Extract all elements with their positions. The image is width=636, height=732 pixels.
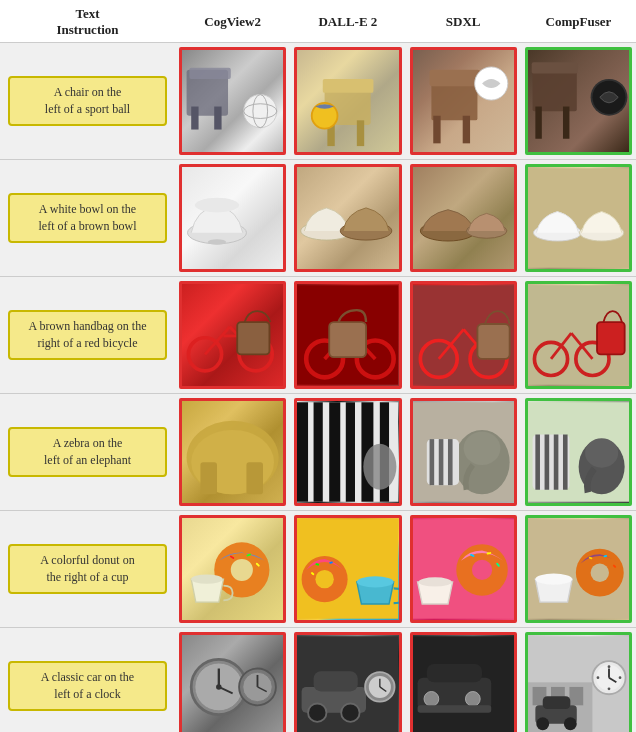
table-row: A colorful donut on the right of a cup: [0, 510, 636, 627]
image-cell-4-2: [290, 394, 405, 510]
instruction-cell-5: A colorful donut on the right of a cup: [0, 511, 175, 627]
image-cell-3-2: [290, 277, 405, 393]
image-r5c3: [410, 515, 517, 623]
svg-rect-15: [429, 70, 480, 87]
svg-rect-63: [314, 402, 323, 501]
svg-point-4: [244, 95, 277, 128]
svg-rect-20: [531, 62, 577, 73]
image-r2c2: [294, 164, 401, 272]
image-cell-2-2: [290, 160, 405, 276]
image-cells-1: [175, 43, 636, 159]
header-col2-label: DALL-E 2: [318, 14, 377, 29]
svg-rect-9: [357, 120, 364, 146]
svg-rect-62: [297, 402, 308, 501]
image-r6c3: [410, 632, 517, 732]
svg-point-123: [308, 703, 326, 721]
svg-point-83: [585, 438, 618, 467]
instruction-box-4: A zebra on the left of an elephant: [8, 427, 167, 477]
image-r4c3: [410, 398, 517, 506]
instruction-text-6: A classic car on the left of a clock: [41, 670, 134, 701]
header-col3-label: SDXL: [446, 14, 481, 29]
svg-rect-80: [554, 435, 559, 490]
image-r6c1: [179, 632, 286, 732]
image-cell-5-4: [521, 511, 636, 627]
image-cell-5-1: [175, 511, 290, 627]
svg-point-25: [208, 239, 226, 245]
svg-point-92: [316, 570, 334, 588]
svg-rect-17: [532, 70, 576, 111]
header-col1-label: CogView2: [204, 14, 261, 29]
svg-rect-38: [237, 322, 269, 354]
image-r3c3: [410, 281, 517, 389]
table-row: A white bowl on the left of a brown bowl: [0, 159, 636, 276]
image-r4c4: [525, 398, 632, 506]
image-cells-5: [175, 511, 636, 627]
svg-point-68: [364, 444, 397, 490]
svg-rect-50: [477, 324, 509, 359]
image-r6c4: [525, 632, 632, 732]
instruction-box-3: A brown handbag on the right of a red bi…: [8, 310, 167, 360]
header-instruction-label: Text Instruction: [56, 6, 118, 37]
image-cell-2-1: [175, 160, 290, 276]
header-col1: CogView2: [175, 14, 290, 30]
svg-rect-131: [426, 664, 481, 682]
svg-point-150: [607, 687, 610, 690]
main-container: Text Instruction CogView2 DALL-E 2 SDXL …: [0, 0, 636, 732]
svg-point-143: [564, 717, 577, 730]
svg-point-105: [535, 574, 572, 585]
instruction-cell-4: A zebra on the left of an elephant: [0, 394, 175, 510]
image-cell-4-1: [175, 394, 290, 510]
header-col3: SDXL: [406, 14, 521, 30]
svg-rect-44: [329, 322, 366, 357]
svg-point-103: [418, 577, 451, 586]
image-cell-1-4: [521, 43, 636, 159]
instruction-cell-2: A white bowl on the left of a brown bowl: [0, 160, 175, 276]
table-row: A zebra on the left of an elephant: [0, 393, 636, 510]
image-cell-6-1: [175, 628, 290, 732]
data-rows: A chair on the left of a sport ball: [0, 42, 636, 732]
svg-rect-122: [314, 671, 358, 691]
header-col4: CompFuser: [521, 14, 636, 30]
svg-point-151: [596, 676, 599, 679]
svg-rect-1: [191, 107, 198, 130]
image-cell-4-3: [406, 394, 521, 510]
image-cell-2-4: [521, 160, 636, 276]
svg-rect-18: [535, 107, 541, 139]
image-cells-6: [175, 628, 636, 732]
svg-rect-73: [429, 439, 434, 485]
image-cell-1-1: [175, 43, 290, 159]
instruction-text-4: A zebra on the left of an elephant: [44, 436, 131, 467]
instruction-cell-1: A chair on the left of a sport ball: [0, 43, 175, 159]
svg-rect-134: [417, 705, 491, 712]
instruction-cell-6: A classic car on the left of a clock: [0, 628, 175, 732]
svg-rect-19: [563, 107, 569, 139]
svg-rect-14: [462, 116, 469, 144]
svg-point-124: [341, 703, 359, 721]
image-r5c2: [294, 515, 401, 623]
svg-rect-60: [246, 462, 263, 494]
image-cell-5-3: [406, 511, 521, 627]
svg-point-71: [463, 432, 500, 465]
svg-point-142: [536, 717, 549, 730]
svg-rect-59: [200, 462, 217, 494]
instruction-text-1: A chair on the left of a sport ball: [45, 85, 130, 116]
svg-rect-10: [323, 79, 374, 93]
instruction-text-5: A colorful donut on the right of a cup: [40, 553, 134, 584]
instruction-text-2: A white bowl on the left of a brown bowl: [39, 202, 137, 233]
instruction-box-2: A white bowl on the left of a brown bowl: [8, 193, 167, 243]
image-r6c2: [294, 632, 401, 732]
svg-point-133: [465, 692, 480, 707]
image-cell-1-2: [290, 43, 405, 159]
header-col2: DALL-E 2: [290, 14, 405, 30]
instruction-cell-3: A brown handbag on the right of a red bi…: [0, 277, 175, 393]
header-instruction: Text Instruction: [0, 6, 175, 38]
image-r2c4: [525, 164, 632, 272]
image-cell-2-3: [406, 160, 521, 276]
table-row: A chair on the left of a sport ball: [0, 42, 636, 159]
image-r1c2: [294, 47, 401, 155]
image-cells-2: [175, 160, 636, 276]
svg-point-85: [231, 559, 253, 581]
image-r1c1: [179, 47, 286, 155]
svg-rect-75: [447, 439, 452, 485]
header-row: Text Instruction CogView2 DALL-E 2 SDXL …: [0, 0, 636, 42]
